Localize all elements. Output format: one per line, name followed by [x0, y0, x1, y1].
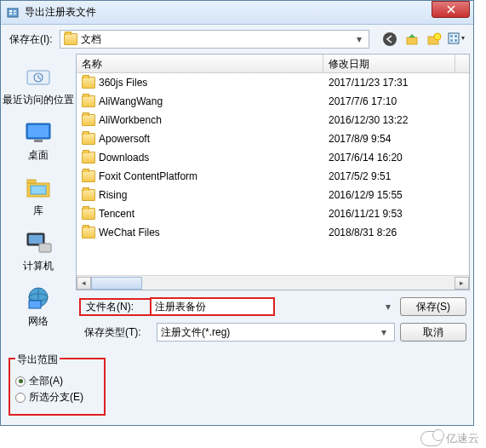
save-button[interactable]: 保存(S) — [400, 297, 466, 316]
radio-icon — [15, 376, 26, 387]
file-name: Downloads — [99, 152, 149, 164]
save-in-combo[interactable]: 文档 ▾ — [60, 30, 369, 49]
recent-icon — [21, 62, 55, 91]
titlebar-title: 导出注册表文件 — [25, 5, 432, 20]
file-name: Tencent — [99, 208, 134, 220]
export-range-group: 导出范围 全部(A) 所选分支(E) — [9, 358, 106, 416]
file-name: Foxit ContentPlatform — [99, 170, 197, 182]
folder-icon — [82, 133, 95, 145]
back-button[interactable] — [381, 31, 398, 48]
column-header-name[interactable]: 名称 — [77, 55, 323, 72]
file-date: 2017/7/6 17:10 — [323, 95, 469, 107]
svg-rect-6 — [407, 37, 417, 44]
cloud-icon — [420, 431, 443, 446]
table-row[interactable]: Rising2016/12/9 15:55 — [77, 186, 469, 204]
svg-rect-10 — [450, 35, 453, 37]
sidebar-item-label: 桌面 — [28, 148, 49, 163]
folder-icon — [82, 208, 95, 220]
file-name: 360js Files — [99, 77, 147, 89]
sidebar-item-libraries[interactable]: 库 — [1, 169, 76, 221]
svg-rect-3 — [14, 10, 16, 12]
svg-rect-0 — [8, 9, 18, 17]
dialog-window: 导出注册表文件 保存在(I): 文档 ▾ — [0, 0, 474, 426]
view-menu-button[interactable] — [448, 31, 465, 48]
file-date: 2016/12/9 15:55 — [323, 189, 469, 201]
filetype-combo[interactable]: 注册文件(*.reg) ▾ — [157, 323, 395, 342]
column-header-end — [455, 55, 469, 72]
table-row[interactable]: AliWorkbench2016/12/30 13:22 — [77, 111, 469, 129]
filename-row: 文件名(N): 注册表备份 ▾ 保存(S) — [79, 297, 466, 316]
export-range-title: 导出范围 — [15, 353, 60, 367]
svg-rect-1 — [9, 10, 12, 12]
chevron-down-icon: ▾ — [353, 33, 365, 45]
sidebar-item-label: 计算机 — [23, 259, 54, 273]
network-icon — [21, 284, 55, 313]
sidebar-item-network[interactable]: 网络 — [1, 280, 76, 332]
radio-all[interactable]: 全部(A) — [15, 374, 99, 388]
chevron-down-icon[interactable]: ▾ — [381, 301, 395, 313]
table-row[interactable]: Downloads2017/6/14 16:20 — [77, 148, 469, 167]
scroll-thumb[interactable] — [91, 277, 142, 290]
save-in-value: 文档 — [81, 32, 353, 47]
file-date: 2016/12/30 13:22 — [323, 114, 469, 126]
table-row[interactable]: 360js Files2017/11/23 17:31 — [77, 73, 469, 92]
svg-rect-18 — [34, 140, 43, 142]
watermark: 亿速云 — [420, 431, 479, 446]
column-header-date[interactable]: 修改日期 — [323, 55, 455, 72]
desktop-icon — [21, 118, 55, 146]
file-name: WeChat Files — [99, 227, 160, 238]
folder-icon — [82, 170, 95, 182]
file-date: 2017/8/9 9:54 — [323, 133, 469, 145]
svg-rect-12 — [450, 39, 453, 42]
file-date: 2018/8/31 8:26 — [323, 227, 469, 238]
svg-rect-11 — [455, 35, 457, 37]
folder-icon — [82, 189, 95, 201]
view-menu-icon — [448, 32, 465, 47]
computer-icon — [21, 228, 55, 257]
toolbar: 保存在(I): 文档 ▾ — [1, 25, 473, 54]
new-folder-button[interactable] — [426, 31, 443, 48]
titlebar: 导出注册表文件 — [1, 1, 473, 25]
svg-rect-13 — [455, 39, 457, 42]
table-row[interactable]: AliWangWang2017/7/6 17:10 — [77, 92, 469, 111]
cancel-button[interactable]: 取消 — [400, 323, 466, 342]
svg-point-8 — [434, 33, 441, 40]
svg-rect-24 — [39, 244, 51, 252]
filename-value: 注册表备份 — [155, 300, 270, 314]
sidebar-item-desktop[interactable]: 桌面 — [1, 114, 76, 166]
scroll-left-button[interactable]: ◂ — [77, 277, 91, 290]
app-icon — [6, 6, 20, 20]
horizontal-scrollbar[interactable]: ◂ ▸ — [77, 275, 469, 290]
list-header: 名称 修改日期 — [77, 55, 469, 73]
folder-icon — [82, 152, 95, 164]
libraries-icon — [21, 173, 55, 202]
filetype-row: 保存类型(T): 注册文件(*.reg) ▾ 取消 — [79, 323, 466, 342]
up-folder-icon — [404, 32, 420, 47]
file-list: 名称 修改日期 360js Files2017/11/23 17:31 AliW… — [76, 54, 470, 290]
svg-rect-23 — [29, 235, 43, 244]
radio-label: 所选分支(E) — [29, 390, 83, 405]
watermark-text: 亿速云 — [446, 431, 479, 446]
sidebar-item-label: 网络 — [28, 314, 49, 329]
save-in-label: 保存在(I): — [9, 32, 53, 47]
up-button[interactable] — [403, 31, 420, 48]
sidebar-item-computer[interactable]: 计算机 — [1, 225, 76, 277]
table-row[interactable]: Apowersoft2017/8/9 9:54 — [77, 129, 469, 148]
list-body[interactable]: 360js Files2017/11/23 17:31 AliWangWang2… — [77, 73, 469, 275]
folder-icon — [82, 114, 95, 126]
table-row[interactable]: WeChat Files2018/8/31 8:26 — [77, 223, 469, 242]
sidebar-item-recent[interactable]: 最近访问的位置 — [1, 59, 76, 111]
file-date: 2017/6/14 16:20 — [323, 152, 469, 164]
filename-input[interactable]: 注册表备份 — [150, 297, 275, 316]
radio-selected-branch[interactable]: 所选分支(E) — [15, 390, 99, 405]
table-row[interactable]: Tencent2016/11/21 9:53 — [77, 204, 469, 223]
scroll-right-button[interactable]: ▸ — [455, 277, 469, 290]
file-name: AliWangWang — [99, 95, 163, 107]
folder-icon — [82, 227, 95, 238]
file-date: 2017/5/2 9:51 — [323, 170, 469, 182]
svg-rect-27 — [29, 301, 41, 308]
table-row[interactable]: Foxit ContentPlatform2017/5/2 9:51 — [77, 167, 469, 186]
file-name: Apowersoft — [99, 133, 150, 145]
close-button[interactable] — [432, 1, 470, 18]
close-icon — [447, 5, 455, 14]
